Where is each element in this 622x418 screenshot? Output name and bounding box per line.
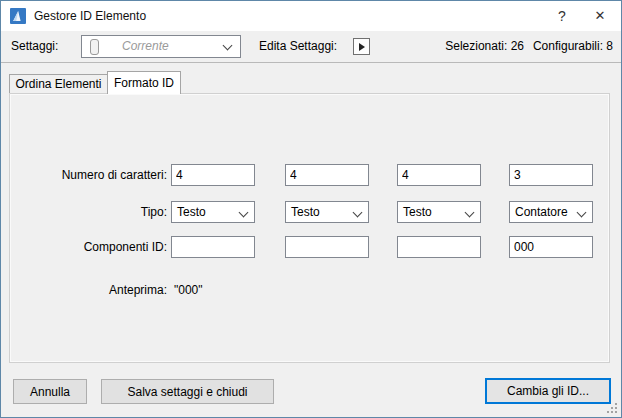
chevron-down-icon (577, 208, 587, 218)
chevron-down-icon (465, 208, 475, 218)
settings-bar: Settaggi: Corrente Edita Settaggi: Selez… (1, 31, 621, 63)
configurable-count: Configurabili: 8 (533, 31, 613, 62)
componenti-id-input-4[interactable] (509, 236, 593, 258)
num-caratteri-input-4[interactable] (509, 164, 593, 186)
anteprima-label: Anteprima: (10, 282, 167, 298)
tab-formato-id[interactable]: Formato ID (107, 71, 181, 94)
tipo-select-1[interactable]: Testo (171, 201, 255, 223)
dialog-gestore-id-elemento: Gestore ID Elemento ? ✕ Settaggi: Corren… (0, 0, 622, 418)
save-settings-close-button[interactable]: Salva settaggi e chiudi (101, 379, 274, 404)
settings-combobox-value: Corrente (122, 36, 169, 57)
chevron-down-icon (239, 208, 249, 218)
chevron-down-icon (223, 41, 233, 51)
tipo-select-4[interactable]: Contatore (509, 201, 593, 223)
num-caratteri-input-1[interactable] (171, 164, 255, 186)
componenti-id-input-3[interactable] (397, 236, 481, 258)
anteprima-value: "000" (174, 282, 203, 298)
edit-settings-flyout-button[interactable] (353, 38, 370, 55)
close-button[interactable]: ✕ (583, 1, 617, 31)
tipo-select-2-value: Testo (291, 205, 320, 219)
play-icon (359, 43, 365, 51)
componenti-id-input-1[interactable] (171, 236, 255, 258)
chevron-down-icon (353, 208, 363, 218)
setting-capsule-icon (90, 39, 99, 55)
formato-id-panel: Numero di caratteri: Tipo: Testo Testo T… (9, 93, 610, 363)
resize-grip[interactable] (615, 411, 617, 413)
window-title: Gestore ID Elemento (34, 1, 146, 31)
titlebar[interactable]: Gestore ID Elemento ? ✕ (1, 1, 621, 31)
num-caratteri-input-2[interactable] (285, 164, 369, 186)
edit-settings-label: Edita Settaggi: (259, 31, 337, 62)
settings-combobox[interactable]: Corrente (81, 35, 241, 58)
tipo-select-1-value: Testo (177, 205, 206, 219)
tipo-select-3[interactable]: Testo (397, 201, 481, 223)
cancel-button[interactable]: Annulla (13, 379, 87, 404)
num-caratteri-input-3[interactable] (397, 164, 481, 186)
app-icon (10, 8, 26, 24)
settings-label: Settaggi: (11, 31, 58, 62)
tipo-select-2[interactable]: Testo (285, 201, 369, 223)
componenti-id-input-2[interactable] (285, 236, 369, 258)
change-ids-button[interactable]: Cambia gli ID... (485, 378, 611, 404)
tab-ordina-elementi[interactable]: Ordina Elementi (9, 74, 108, 94)
tipo-select-4-value: Contatore (515, 205, 568, 219)
componenti-id-label: Componenti ID: (10, 236, 167, 258)
num-caratteri-label: Numero di caratteri: (10, 164, 167, 186)
tipo-select-3-value: Testo (403, 205, 432, 219)
tipo-label: Tipo: (10, 201, 167, 223)
help-button[interactable]: ? (545, 1, 579, 31)
selected-count: Selezionati: 26 (445, 31, 524, 62)
